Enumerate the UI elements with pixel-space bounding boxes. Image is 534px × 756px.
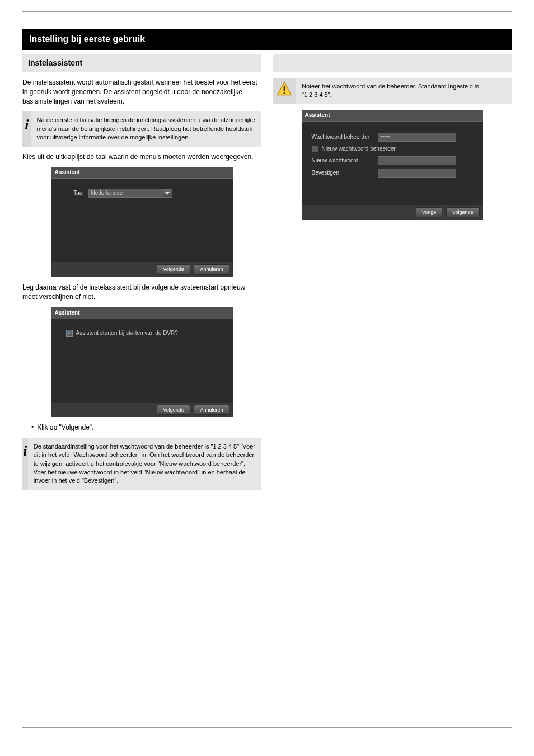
admin-password-label: Wachtwoord beheerder (312, 133, 373, 141)
info-icon-cell: i (22, 111, 31, 146)
dvr-dialog-language: Assistent Taal Nederlandse Volgende (51, 167, 233, 277)
new-admin-password-check-label: Nieuw wachtwoord beheerder (322, 145, 396, 153)
note-1-text: Na de eerste initialisatie brengen de in… (31, 111, 261, 146)
section-title: Instelling bij eerste gebruik (22, 29, 512, 50)
language-select-value: Nederlandse (91, 190, 123, 196)
note-box-2: i De standaardinstelling voor het wachtw… (22, 438, 261, 490)
info-icon: i (23, 441, 27, 461)
startup-wizard-label: Assistent starten bij starten van de DVR… (76, 329, 178, 337)
dialog1-next-button[interactable]: Volgende (157, 264, 190, 275)
dialog1-cancel-button[interactable]: Annuleren (194, 264, 229, 275)
page-footer (22, 724, 512, 727)
language-select[interactable]: Nederlandse (88, 189, 172, 198)
note-box-1: i Na de eerste initialisatie brengen de … (22, 111, 261, 146)
info-icon-cell-2: i (22, 438, 28, 490)
startup-wizard-checkbox[interactable] (66, 330, 73, 337)
chevron-down-icon (163, 189, 172, 197)
warning-box: Noteer het wachtwoord van de beheerder. … (273, 78, 512, 104)
dvr-dialog-password: Assistent Wachtwoord beheerder ***** Nie… (302, 110, 483, 220)
confirm-password-input[interactable] (378, 169, 456, 178)
dvr-dialog-startup-title: Assistent (51, 307, 233, 319)
dvr-dialog-startup: Assistent Assistent starten bij starten … (51, 307, 233, 418)
warning-text: Noteer het wachtwoord van de beheerder. … (296, 78, 485, 104)
left-para-intro: De instelassistent wordt automatisch ges… (22, 78, 261, 106)
warning-icon (277, 81, 292, 97)
left-subhead: Instelassistent (22, 54, 261, 72)
dialog3-prev-button[interactable]: Vorige (416, 207, 443, 218)
language-label: Taal (67, 189, 84, 197)
note-2-text: De standaardinstelling voor het wachtwoo… (28, 438, 261, 490)
dialog2-cancel-button[interactable]: Annuleren (194, 405, 229, 416)
new-password-label: Nieuw wachtwoord (312, 157, 373, 165)
dvr-dialog-language-title: Assistent (51, 167, 233, 178)
bullet-click-next: Klik op "Volgende". (31, 423, 261, 432)
new-admin-password-checkbox[interactable] (312, 146, 318, 152)
svg-marker-0 (165, 192, 170, 195)
left-para-lang: Kies uit de uitklaplijst de taal waarin … (22, 152, 261, 162)
warning-code: "1 2 3 4 5". (302, 91, 332, 98)
warning-icon-cell (273, 78, 296, 104)
warning-body: Noteer het wachtwoord van de beheerder. … (302, 83, 479, 90)
right-subhead-blank (273, 54, 512, 72)
confirm-password-label: Bevestigen (312, 169, 373, 177)
svg-point-3 (283, 92, 285, 94)
info-icon: i (25, 115, 29, 135)
admin-password-input[interactable]: ***** (378, 133, 456, 142)
dvr-dialog-password-title: Assistent (302, 110, 483, 121)
svg-rect-2 (284, 86, 285, 91)
dialog3-next-button[interactable]: Volgende (446, 207, 480, 218)
new-password-input[interactable] (378, 156, 456, 165)
dialog2-next-button[interactable]: Volgende (157, 405, 190, 416)
left-para-nextstart: Leg daarna vast of de instelassistent bi… (22, 283, 261, 302)
